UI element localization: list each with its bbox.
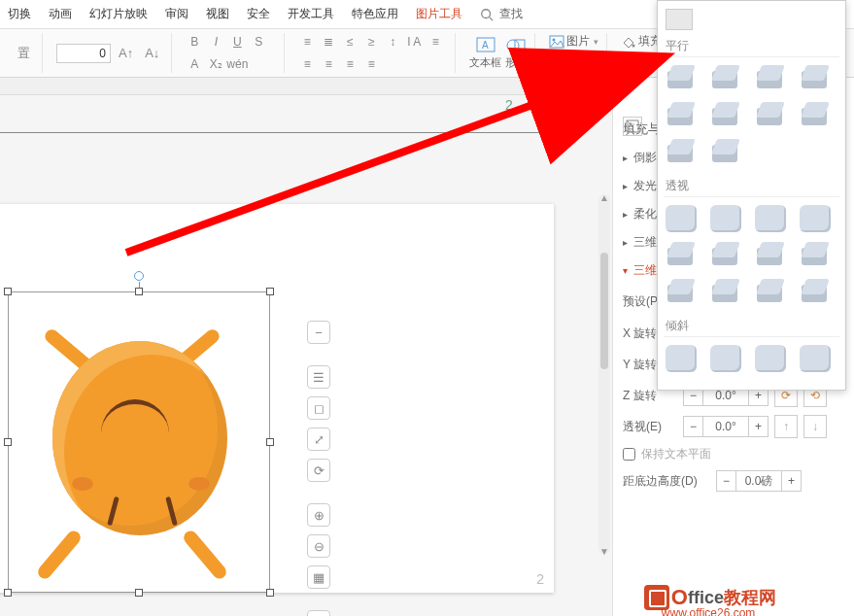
- bullets-icon[interactable]: ≡: [298, 33, 316, 51]
- tab-dev[interactable]: 开发工具: [286, 2, 336, 26]
- panel-icon[interactable]: [623, 117, 642, 136]
- perspective-preset-1[interactable]: [666, 205, 697, 232]
- tab-security[interactable]: 安全: [245, 2, 272, 26]
- fontcolor-icon[interactable]: A: [186, 55, 203, 73]
- resize-handle-l[interactable]: [4, 438, 12, 446]
- svg-text:A: A: [482, 40, 489, 51]
- oblique-preset-2[interactable]: [710, 345, 741, 372]
- persp-dec-button[interactable]: −: [683, 416, 702, 437]
- parallel-preset-10[interactable]: [710, 139, 741, 166]
- keep-text-flat-checkbox[interactable]: 保持文本平面: [619, 442, 848, 466]
- keep-text-flat-input[interactable]: [623, 448, 635, 461]
- tab-switch[interactable]: 切换: [6, 2, 33, 26]
- zoom-in-button[interactable]: ⊕: [307, 503, 330, 527]
- resize-handle-br[interactable]: [266, 589, 274, 597]
- perspective-preset-6[interactable]: [710, 242, 741, 269]
- resize-handle-t[interactable]: [135, 288, 143, 295]
- resize-button[interactable]: ⤢: [307, 428, 330, 451]
- numbering-icon[interactable]: ≣: [320, 33, 337, 51]
- italic-icon[interactable]: I: [207, 33, 224, 51]
- underline-icon[interactable]: U: [228, 33, 246, 51]
- font-grow-icon[interactable]: A↑: [115, 44, 137, 62]
- tab-special[interactable]: 特色应用: [350, 2, 400, 26]
- reset-button[interactable]: 置: [14, 43, 34, 64]
- resize-handle-r[interactable]: [266, 438, 274, 446]
- resize-handle-tl[interactable]: [4, 288, 12, 295]
- perspective-preset-12[interactable]: [800, 279, 831, 306]
- strike-icon[interactable]: S: [250, 33, 267, 51]
- parallel-preset-4[interactable]: [800, 65, 831, 92]
- textbox-icon: A: [475, 36, 496, 53]
- scroll-down-icon[interactable]: ▼: [599, 546, 609, 556]
- perspective-preset-8[interactable]: [800, 242, 831, 269]
- persp-wide-button[interactable]: ↓: [803, 415, 827, 438]
- tab-animation[interactable]: 动画: [47, 2, 74, 26]
- oblique-preset-3[interactable]: [755, 345, 786, 372]
- tab-slideshow[interactable]: 幻灯片放映: [87, 2, 150, 26]
- align-justify-icon[interactable]: ≡: [341, 55, 359, 73]
- align-center-icon[interactable]: ≡: [298, 55, 316, 73]
- indent-inc-icon[interactable]: ≥: [362, 33, 380, 51]
- collapse-button[interactable]: −: [307, 321, 330, 344]
- persp-narrow-button[interactable]: ↑: [774, 415, 798, 438]
- highlight-icon[interactable]: X₂: [207, 55, 224, 73]
- parallel-preset-3[interactable]: [755, 65, 786, 92]
- tab-review[interactable]: 审阅: [163, 2, 190, 26]
- textdir-icon[interactable]: I A: [405, 33, 423, 51]
- resize-handle-tr[interactable]: [266, 288, 274, 295]
- selected-image[interactable]: [8, 291, 270, 593]
- perspective-preset-11[interactable]: [755, 279, 786, 306]
- align-left-icon[interactable]: ≡: [427, 33, 444, 51]
- parallel-preset-6[interactable]: [710, 102, 741, 129]
- align-dist-icon[interactable]: ≡: [362, 55, 380, 73]
- search-box[interactable]: 查找: [478, 0, 527, 30]
- parallel-preset-8[interactable]: [800, 102, 831, 129]
- font-shrink-icon[interactable]: A↓: [141, 44, 163, 62]
- textbox-button[interactable]: A 文本框: [469, 36, 501, 70]
- perspective-preset-5[interactable]: [666, 242, 697, 269]
- dist-value[interactable]: 0.0磅: [735, 470, 782, 492]
- perspective-preset-9[interactable]: [666, 279, 697, 306]
- vertical-scrollbar[interactable]: ▲ ▼: [598, 194, 610, 554]
- persp-value[interactable]: 0.0°: [702, 416, 749, 437]
- dist-inc-button[interactable]: +: [782, 470, 802, 492]
- bold-icon[interactable]: B: [186, 33, 203, 51]
- align-right-icon[interactable]: ≡: [320, 55, 337, 73]
- parallel-preset-2[interactable]: [710, 65, 741, 92]
- fill-icon: [621, 35, 636, 49]
- parallel-preset-7[interactable]: [755, 102, 786, 129]
- linespace-icon[interactable]: ↕: [384, 33, 401, 51]
- oblique-preset-4[interactable]: [800, 345, 831, 372]
- parallel-preset-5[interactable]: [666, 102, 697, 129]
- rotate-button[interactable]: ⟳: [307, 459, 330, 482]
- grid-button[interactable]: ▦: [307, 565, 330, 589]
- arrange-button[interactable]: 排列▾: [549, 53, 598, 70]
- perspective-preset-2[interactable]: [710, 205, 741, 232]
- picture-button[interactable]: 图片▾: [549, 33, 598, 50]
- tab-view[interactable]: 视图: [204, 2, 231, 26]
- zoom-out-button[interactable]: ⊖: [307, 534, 330, 558]
- dist-dec-button[interactable]: −: [716, 470, 735, 492]
- indent-dec-icon[interactable]: ≤: [341, 33, 359, 51]
- parallel-preset-1[interactable]: [666, 65, 697, 92]
- preset-none[interactable]: [666, 9, 693, 30]
- perspective-preset-10[interactable]: [710, 279, 741, 306]
- scroll-thumb[interactable]: [600, 253, 608, 369]
- font-size-input[interactable]: 0: [56, 44, 111, 63]
- phonetic-icon[interactable]: wén: [228, 55, 246, 73]
- perspective-preset-7[interactable]: [755, 242, 786, 269]
- scroll-up-icon[interactable]: ▲: [599, 192, 609, 202]
- tab-picture-tools[interactable]: 图片工具: [414, 2, 464, 26]
- crop-button[interactable]: ◻: [307, 396, 330, 420]
- perspective-preset-3[interactable]: [755, 205, 786, 232]
- parallel-preset-9[interactable]: [666, 139, 697, 166]
- resize-handle-bl[interactable]: [4, 589, 12, 597]
- duplicate-button[interactable]: ⧉: [307, 610, 330, 616]
- layers-button[interactable]: ☰: [307, 365, 330, 389]
- rotate-handle[interactable]: [134, 271, 144, 281]
- persp-inc-button[interactable]: +: [749, 416, 769, 437]
- resize-handle-b[interactable]: [135, 589, 143, 597]
- oblique-preset-1[interactable]: [666, 345, 697, 372]
- shape-button[interactable]: 形状: [505, 36, 527, 70]
- perspective-preset-4[interactable]: [800, 205, 831, 232]
